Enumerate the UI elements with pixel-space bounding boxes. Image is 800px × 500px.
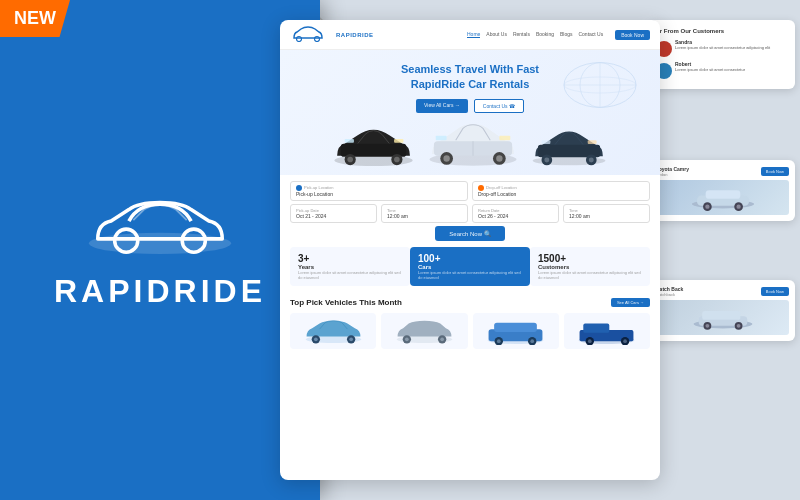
date-to-value: Oct 26 - 2024 [478,213,553,219]
stat-years-number: 3+ [298,253,402,264]
car-sub-1: Sedan [656,172,689,177]
time-to-value: 12:00 am [569,213,644,219]
date-from-field[interactable]: Pick-up Date Oct 21 - 2024 [290,204,377,223]
contact-us-btn[interactable]: Contact Us ☎ [474,99,524,113]
nav-brand-text: RAPIDRIDE [336,32,374,38]
svg-point-6 [736,204,740,208]
stat-customers: 1500+ Customers Lorem ipsum dolor sit am… [530,247,650,286]
vehicle-img-1 [294,317,372,345]
review-text-2: Lorem ipsum dolor sit amet consectetur [675,67,745,72]
svg-point-4 [705,204,709,208]
view-all-cars-btn[interactable]: View All Cars → [416,99,468,113]
form-row-1: Pick-up Location Pick-up Location Drop-o… [290,181,650,201]
nav-blogs[interactable]: Blogs [560,31,573,38]
svg-rect-2 [705,190,740,199]
nav-about[interactable]: About Us [486,31,507,38]
svg-rect-68 [494,323,537,332]
main-website-card: RAPIDRIDE Home About Us Rentals Booking … [280,20,660,480]
vehicle-card-2 [381,313,467,349]
svg-point-21 [89,233,231,254]
stat-cars-number: 100+ [418,253,522,264]
svg-point-70 [497,340,501,344]
search-button[interactable]: Search Now 🔍 [435,226,504,241]
world-map-hint [560,60,640,110]
car-svg-1 [688,185,758,211]
car-sub-2: Hatchback [656,292,683,297]
car-logo-svg [80,190,240,261]
svg-point-11 [705,323,709,327]
form-row-2: Pick-up Date Oct 21 - 2024 Time 12:00 am… [290,204,650,223]
book-btn-1[interactable]: Book Now [761,167,789,176]
cars-hero [296,119,644,167]
vehicle-img-4 [568,317,646,345]
svg-point-53 [588,157,593,162]
vehicle-img-2 [385,317,463,345]
svg-point-13 [736,323,740,327]
stat-customers-number: 1500+ [538,253,642,264]
svg-point-77 [588,340,592,344]
customers-card-bg: "r From Our Customers Sandra Lorem ipsum… [650,20,795,89]
vehicle-card-1 [290,313,376,349]
svg-point-44 [496,155,502,161]
right-car-card-1: Toyota Camry Sedan Book Now [650,160,795,221]
vehicle-card-3 [473,313,559,349]
top-picks-section: Top Pick Vehicles This Month See All Car… [280,292,660,355]
top-picks-title: Top Pick Vehicles This Month [290,298,402,307]
brand-name: RAPIDRIDE [54,273,266,310]
svg-point-65 [440,338,444,342]
svg-rect-75 [584,324,610,333]
vehicle-img-3 [477,317,555,345]
stat-customers-desc: Lorem ipsum dolor sit amet consectetur a… [538,270,642,280]
svg-point-34 [347,157,353,163]
svg-rect-9 [702,311,740,320]
nav-home[interactable]: Home [467,31,480,38]
review-item-2: Robert Lorem ipsum dolor sit amet consec… [656,61,789,79]
time-from-field[interactable]: Time 12:00 am [381,204,468,223]
main-nav: RAPIDRIDE Home About Us Rentals Booking … [280,20,660,50]
black-car [329,125,419,167]
svg-point-79 [624,340,628,344]
stat-years-desc: Lorem ipsum dolor sit amet consectetur a… [298,270,402,280]
nav-book-btn[interactable]: Book Now [615,30,650,40]
svg-rect-46 [499,136,510,141]
right-car-card-2: Hatch Back Hatchback Book Now [650,280,795,341]
top-picks-header: Top Pick Vehicles This Month See All Car… [290,298,650,307]
book-btn-2[interactable]: Book Now [761,287,789,296]
svg-rect-54 [541,140,550,144]
pickup-dot [296,185,302,191]
hero-section: Seamless Travel With Fast RapidRide Car … [280,50,660,175]
vehicle-card-4 [564,313,650,349]
date-from-value: Oct 21 - 2024 [296,213,371,219]
date-to-field[interactable]: Return Date Oct 26 - 2024 [472,204,559,223]
svg-point-60 [349,338,353,342]
see-all-button[interactable]: See All Cars → [611,298,650,307]
nav-contact[interactable]: Contact Us [578,31,603,38]
svg-rect-55 [587,140,596,144]
svg-point-36 [394,157,400,163]
car-svg-2 [688,305,758,331]
svg-rect-45 [435,136,446,141]
stat-cars-desc: Lorem ipsum dolor sit amet consectetur a… [418,270,522,280]
vehicles-row [290,313,650,349]
car-img-2 [656,300,789,335]
dropoff-dot [478,185,484,191]
stat-years: 3+ Years Lorem ipsum dolor sit amet cons… [290,247,410,286]
nav-rentals[interactable]: Rentals [513,31,530,38]
review-text-1: Lorem ipsum dolor sit amet consectetur a… [675,45,770,50]
time-to-field[interactable]: Time 12:00 am [563,204,650,223]
customers-title: "r From Our Customers [656,26,789,35]
brand-panel: RAPIDRIDE [0,0,320,500]
nav-booking[interactable]: Booking [536,31,554,38]
pickup-field[interactable]: Pick-up Location Pick-up Location [290,181,468,201]
pickup-value: Pick-up Location [296,191,462,197]
new-badge: NEW [0,0,70,37]
svg-point-63 [405,338,409,342]
review-item-1: Sandra Lorem ipsum dolor sit amet consec… [656,39,789,57]
svg-point-72 [530,340,534,344]
svg-point-51 [544,157,549,162]
nav-links: Home About Us Rentals Booking Blogs Cont… [467,31,603,38]
dropoff-field[interactable]: Drop-off Location Drop-off Location [472,181,650,201]
dark-car [527,127,612,167]
time-from-value: 12:00 am [387,213,462,219]
nav-logo [290,26,330,43]
